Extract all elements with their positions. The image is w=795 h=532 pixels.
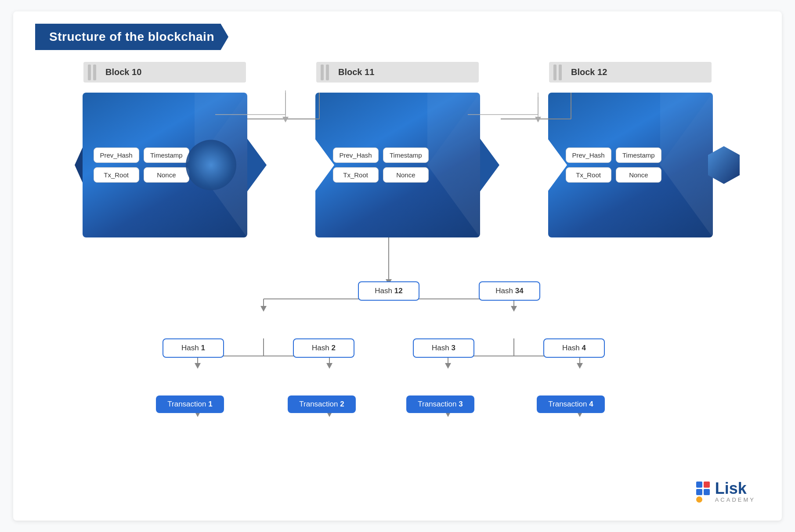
block11-label: Block 11 — [316, 62, 479, 83]
svg-marker-17 — [195, 363, 201, 369]
field-nonce-12: Nonce — [616, 167, 661, 183]
block11-fields: Prev_Hash Timestamp Tx_Root Nonce — [333, 147, 429, 183]
field-prev-hash-11: Prev_Hash — [333, 147, 379, 163]
svg-marker-24 — [445, 363, 451, 369]
field-prev-hash-10: Prev_Hash — [94, 147, 139, 163]
svg-marker-20 — [326, 363, 332, 369]
field-txroot-10: Tx_Root — [94, 167, 139, 183]
svg-marker-13 — [511, 306, 517, 312]
field-timestamp-12: Timestamp — [616, 147, 661, 163]
diagram-title: Structure of the blockchain — [35, 24, 228, 50]
block-11: Prev_Hash Timestamp Tx_Root Nonce — [315, 93, 480, 237]
block-12: Prev_Hash Timestamp Tx_Root Nonce — [548, 93, 713, 237]
svg-marker-27 — [577, 363, 583, 369]
blocks-row: Prev_Hash Timestamp Tx_Root Nonce Prev_H… — [48, 93, 747, 237]
field-timestamp-11: Timestamp — [383, 147, 429, 163]
block10-fields: Prev_Hash Timestamp Tx_Root Nonce — [94, 147, 189, 183]
block12-fields: Prev_Hash Timestamp Tx_Root Nonce — [566, 147, 661, 183]
diagram-container: Structure of the blockchain Block 10 Blo… — [13, 11, 782, 521]
block-connector-lines — [48, 93, 773, 93]
svg-marker-10 — [260, 306, 267, 312]
field-nonce-10: Nonce — [144, 167, 189, 183]
block11-arrow — [480, 139, 499, 191]
field-nonce-11: Nonce — [383, 167, 429, 183]
block10-label: Block 10 — [83, 62, 246, 83]
block10-circle — [186, 140, 236, 191]
field-txroot-11: Tx_Root — [333, 167, 379, 183]
lisk-logo: Lisk ACADEMY — [696, 481, 755, 503]
lisk-icon — [696, 482, 710, 503]
svg-marker-0 — [708, 146, 740, 184]
block-labels-row: Block 10 Block 11 Block 12 — [48, 62, 747, 83]
block12-label: Block 12 — [549, 62, 712, 83]
field-txroot-12: Tx_Root — [566, 167, 611, 183]
lisk-brand-text: Lisk ACADEMY — [715, 481, 755, 503]
block-10: Prev_Hash Timestamp Tx_Root Nonce — [83, 93, 247, 237]
field-prev-hash-12: Prev_Hash — [566, 147, 611, 163]
block10-arrow — [247, 139, 267, 191]
field-timestamp-10: Timestamp — [144, 147, 189, 163]
block12-hexagon — [706, 145, 741, 185]
